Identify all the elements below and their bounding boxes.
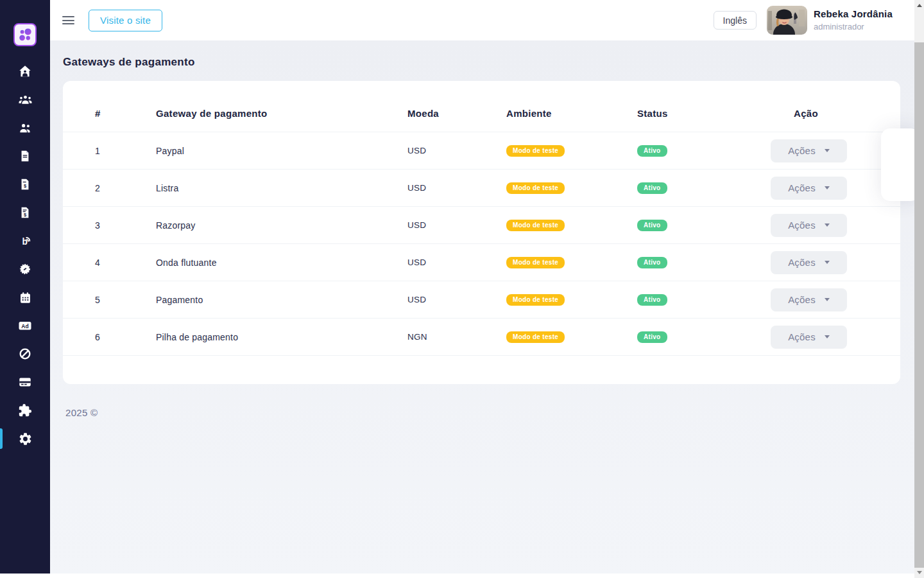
gateways-table-card: # Gateway de pagamento Moeda Ambiente St… xyxy=(63,81,900,384)
chevron-down-icon xyxy=(825,335,830,338)
col-header-currency: Moeda xyxy=(407,81,506,132)
user-avatar[interactable] xyxy=(767,6,807,35)
main-content: Gateways de pagamento # Gateway de pagam… xyxy=(50,40,914,574)
table-row: 5 Pagamento USD Modo de teste Ativo Açõe… xyxy=(63,281,900,319)
col-header-status: Status xyxy=(637,81,771,132)
sidebar-nav: $ $ b xyxy=(0,57,50,453)
actions-dropdown-button[interactable]: Ações xyxy=(771,139,847,162)
user-name: Rebeka Jordânia xyxy=(814,8,893,21)
gateway-name: Pilha de pagamento xyxy=(156,319,407,356)
status-badge: Ativo xyxy=(637,220,667,231)
row-index: 2 xyxy=(63,170,156,207)
status-badge: Ativo xyxy=(637,182,667,194)
currency: USD xyxy=(407,281,506,319)
scrollbar-thumb[interactable] xyxy=(914,42,924,568)
sidebar-item-users[interactable] xyxy=(0,114,50,142)
actions-dropdown-button[interactable]: Ações xyxy=(771,177,847,200)
actions-label: Ações xyxy=(788,294,816,305)
groups-icon xyxy=(18,92,33,107)
sidebar-item-addons[interactable] xyxy=(0,396,50,425)
sidebar-item-documents[interactable] xyxy=(0,142,50,170)
row-index: 1 xyxy=(63,132,156,170)
language-button[interactable]: Inglês xyxy=(714,11,757,30)
currency: NGN xyxy=(407,319,506,356)
user-info[interactable]: Rebeka Jordânia administrador xyxy=(814,8,893,32)
actions-dropdown-button[interactable]: Ações xyxy=(771,326,847,349)
sidebar-item-payments[interactable] xyxy=(0,368,50,396)
avatar-photo xyxy=(767,6,807,35)
environment-badge: Modo de teste xyxy=(506,294,565,306)
sidebar: $ $ b xyxy=(0,0,50,574)
ads-icon: Ad xyxy=(17,318,33,333)
block-icon xyxy=(18,347,32,361)
user-role: administrador xyxy=(814,22,893,32)
row-index: 3 xyxy=(63,207,156,244)
sidebar-item-payment-requests[interactable]: $ xyxy=(0,198,50,227)
chevron-down-icon xyxy=(825,186,830,189)
gateway-name: Listra xyxy=(156,170,407,207)
sidebar-item-calendar[interactable] xyxy=(0,283,50,311)
actions-dropdown-button[interactable]: Ações xyxy=(771,214,847,237)
topbar: Visite o site Inglês xyxy=(50,0,914,40)
currency: USD xyxy=(407,132,506,170)
actions-label: Ações xyxy=(788,331,816,342)
visit-site-button[interactable]: Visite o site xyxy=(89,10,162,31)
sidebar-item-restrictions[interactable] xyxy=(0,340,50,368)
col-header-gateway: Gateway de pagamento xyxy=(156,81,407,132)
chevron-down-icon xyxy=(825,223,830,227)
logo-blobs-icon xyxy=(16,26,34,44)
actions-dropdown-button[interactable]: Ações xyxy=(771,288,847,311)
topbar-right-group: Inglês Rebeka xyxy=(714,6,914,35)
row-index: 6 xyxy=(63,319,156,356)
sidebar-item-ads[interactable]: Ad xyxy=(0,311,50,340)
table-row: 6 Pilha de pagamento NGN Modo de teste A… xyxy=(63,319,900,356)
actions-label: Ações xyxy=(788,145,816,156)
environment-badge: Modo de teste xyxy=(506,331,565,343)
sidebar-item-invoices[interactable]: $ xyxy=(0,170,50,198)
currency: USD xyxy=(407,170,506,207)
home-icon xyxy=(18,64,32,78)
hamburger-menu-icon[interactable] xyxy=(62,14,74,27)
environment-badge: Modo de teste xyxy=(506,220,565,231)
gateway-name: Paypal xyxy=(156,132,407,170)
currency: USD xyxy=(407,244,506,281)
coin-icon xyxy=(18,262,32,276)
blog-icon: b xyxy=(18,234,32,248)
environment-badge: Modo de teste xyxy=(506,182,565,194)
currency: USD xyxy=(407,207,506,244)
col-header-action: Ação xyxy=(771,81,900,132)
gateway-name: Onda flutuante xyxy=(156,244,407,281)
table-row: 1 Paypal USD Modo de teste Ativo Ações xyxy=(63,132,900,170)
status-badge: Ativo xyxy=(637,257,667,268)
scroll-up-arrow-icon[interactable] xyxy=(917,4,922,7)
gateway-name: Razorpay xyxy=(156,207,407,244)
table-row: 2 Listra USD Modo de teste Ativo Ações xyxy=(63,170,900,207)
sidebar-item-blog[interactable]: b xyxy=(0,227,50,255)
actions-label: Ações xyxy=(788,220,816,231)
scroll-down-arrow-icon[interactable] xyxy=(917,571,922,574)
status-badge: Ativo xyxy=(637,145,667,157)
puzzle-icon xyxy=(18,403,32,417)
sidebar-item-settings[interactable] xyxy=(0,425,50,453)
sidebar-item-coupons[interactable] xyxy=(0,255,50,283)
credit-card-icon xyxy=(18,375,32,389)
sidebar-item-teams[interactable] xyxy=(0,85,50,114)
invoice-dollar-alt-icon: $ xyxy=(19,206,31,219)
sidebar-item-dashboard[interactable] xyxy=(0,57,50,85)
svg-text:Ad: Ad xyxy=(21,323,28,329)
svg-text:b: b xyxy=(22,237,27,247)
row-index: 5 xyxy=(63,281,156,319)
calendar-icon xyxy=(19,291,32,304)
actions-label: Ações xyxy=(788,182,816,193)
actions-label: Ações xyxy=(788,257,816,268)
table-header-row: # Gateway de pagamento Moeda Ambiente St… xyxy=(63,81,900,132)
app-logo[interactable] xyxy=(13,23,37,46)
vertical-scrollbar[interactable] xyxy=(914,0,924,578)
chevron-down-icon xyxy=(825,261,830,264)
actions-dropdown-button[interactable]: Ações xyxy=(771,251,847,274)
gateway-name: Pagamento xyxy=(156,281,407,319)
table-row: 4 Onda flutuante USD Modo de teste Ativo… xyxy=(63,244,900,281)
status-badge: Ativo xyxy=(637,294,667,306)
actions-dropdown-panel xyxy=(881,128,920,201)
document-icon xyxy=(19,150,31,162)
